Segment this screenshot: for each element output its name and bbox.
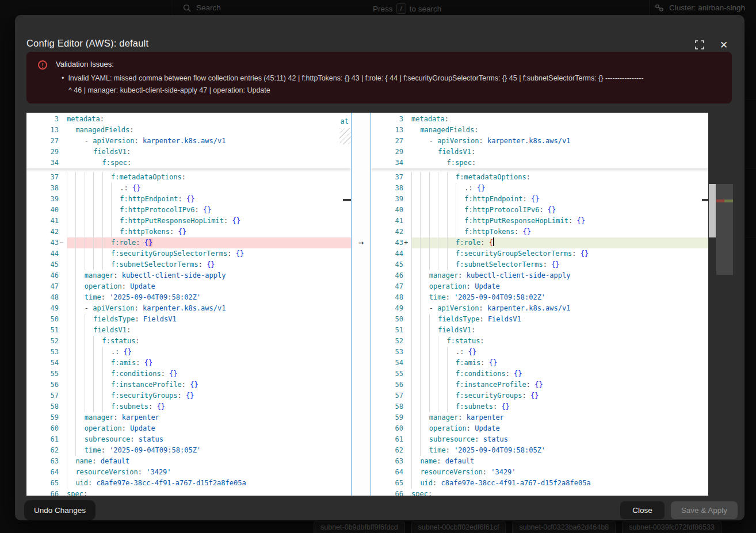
code-text: f:httpProtocolIPv6: {} xyxy=(411,205,708,216)
code-text: f:role: {} xyxy=(67,237,351,248)
diff-marker xyxy=(59,205,67,216)
diff-marker xyxy=(403,227,411,237)
code-line: 61subresource: status xyxy=(26,434,351,445)
code-line: 51fieldsV1: xyxy=(371,325,708,336)
diff-marker xyxy=(403,325,411,336)
line-number: 42 xyxy=(371,227,403,237)
line-number: 43 xyxy=(26,237,59,248)
code-text: fieldsV1: xyxy=(67,147,351,158)
modal-footer: Undo Changes Close Save & Apply xyxy=(24,499,738,521)
code-line: 27- apiVersion: karpenter.k8s.aws/v1 xyxy=(26,136,351,147)
undo-changes-button[interactable]: Undo Changes xyxy=(24,500,96,520)
code-line: 42f:httpTokens: {} xyxy=(371,227,708,237)
diff-marker xyxy=(403,183,411,194)
code-line: 47operation: Update xyxy=(26,281,351,292)
code-text: time: '2025-09-04T09:58:05Z' xyxy=(67,445,351,456)
diff-marker xyxy=(59,489,67,496)
diff-marker xyxy=(59,336,67,347)
line-number: 39 xyxy=(371,194,403,205)
code-text: f:httpProtocolIPv6: {} xyxy=(67,205,351,216)
diff-marker xyxy=(59,136,67,147)
line-number: 66 xyxy=(26,489,59,496)
line-number: 48 xyxy=(26,292,59,303)
code-text: f:instanceProfile: {} xyxy=(411,379,708,390)
diff-marker xyxy=(403,347,411,358)
code-text: managedFields: xyxy=(411,125,708,136)
code-line: 66spec: xyxy=(371,489,708,496)
line-number: 48 xyxy=(371,292,403,303)
diff-sash[interactable]: → xyxy=(351,113,371,496)
code-text: .: {} xyxy=(67,347,351,358)
code-text: f:httpTokens: {} xyxy=(67,227,351,237)
diff-marker xyxy=(59,172,67,183)
code-text: f:metadataOptions: xyxy=(67,172,351,183)
line-number: 56 xyxy=(26,379,59,390)
code-line: 43+f:role: { xyxy=(371,237,708,248)
code-text: uid: c8afe97e-38cc-4f91-a767-d15f2a8fe05… xyxy=(411,478,708,489)
code-text: f:subnetSelectorTerms: {} xyxy=(67,259,351,270)
diff-marker xyxy=(59,325,67,336)
diff-marker xyxy=(59,369,67,379)
close-icon[interactable]: ✕ xyxy=(718,39,730,51)
code-text: f:spec: xyxy=(411,158,708,168)
line-number: 62 xyxy=(371,445,403,456)
validation-message-line2: ^ 46 | manager: kubectl-client-side-appl… xyxy=(68,85,729,97)
diff-editor: 3metadata:13managedFields:27- apiVersion… xyxy=(26,113,733,496)
overview-viewport[interactable] xyxy=(716,184,733,275)
line-number: 65 xyxy=(371,478,403,489)
validation-banner: ! Validation Issues: •Invalid YAML: miss… xyxy=(26,52,732,103)
revert-change-arrow-icon[interactable]: → xyxy=(352,237,371,248)
line-number: 59 xyxy=(371,412,403,423)
unchanged-region-hatch xyxy=(339,128,351,144)
code-text: f:securityGroups: {} xyxy=(67,390,351,401)
modal-title: Config Editor (AWS): default xyxy=(26,38,148,49)
code-text: spec: xyxy=(411,489,708,496)
vertical-scrollbar[interactable] xyxy=(709,184,716,237)
diff-marker xyxy=(59,401,67,412)
line-number: 63 xyxy=(371,456,403,467)
code-text: spec: xyxy=(67,489,351,496)
line-number: 63 xyxy=(26,456,59,467)
diff-marker xyxy=(403,412,411,423)
line-number: 3 xyxy=(26,114,59,125)
line-number: 60 xyxy=(371,423,403,434)
code-text: f:subnets: {} xyxy=(67,401,351,412)
line-number: 44 xyxy=(26,248,59,259)
code-text: f:conditions: {} xyxy=(67,369,351,379)
diff-pane-modified[interactable]: 3metadata:13managedFields:27- apiVersion… xyxy=(371,113,708,496)
code-text: f:httpEndpoint: {} xyxy=(411,194,708,205)
line-number: 59 xyxy=(26,412,59,423)
diff-marker xyxy=(403,434,411,445)
code-text: subresource: status xyxy=(67,434,351,445)
diff-marker: + xyxy=(403,237,411,248)
line-number: 61 xyxy=(26,434,59,445)
code-text: - apiVersion: karpenter.k8s.aws/v1 xyxy=(67,136,351,147)
code-line: 54f:amis: {} xyxy=(371,358,708,369)
diff-pane-original[interactable]: 3metadata:13managedFields:27- apiVersion… xyxy=(26,113,351,496)
code-line: 41f:httpPutResponseHopLimit: {} xyxy=(371,216,708,227)
code-line: 58f:subnets: {} xyxy=(371,401,708,412)
diff-marker xyxy=(59,216,67,227)
code-text: name: default xyxy=(411,456,708,467)
line-number: 47 xyxy=(26,281,59,292)
code-line: 41f:httpPutResponseHopLimit: {} xyxy=(26,216,351,227)
code-line: 3metadata: xyxy=(371,114,708,125)
diff-marker xyxy=(403,423,411,434)
line-number: 49 xyxy=(26,303,59,314)
code-text: f:metadataOptions: xyxy=(411,172,708,183)
code-line: 57f:securityGroups: {} xyxy=(26,390,351,401)
diff-marker xyxy=(59,227,67,237)
close-button[interactable]: Close xyxy=(620,501,665,519)
save-apply-button[interactable]: Save & Apply xyxy=(671,501,738,519)
line-number: 43 xyxy=(371,237,403,248)
code-line: 61subresource: status xyxy=(371,434,708,445)
fullscreen-button[interactable] xyxy=(694,39,705,51)
line-number: 64 xyxy=(371,467,403,478)
code-line: 48time: '2025-09-04T09:58:02Z' xyxy=(26,292,351,303)
diff-marker xyxy=(59,314,67,325)
overview-cursor-mark xyxy=(343,199,351,201)
code-line: 49- apiVersion: karpenter.k8s.aws/v1 xyxy=(371,303,708,314)
diff-marker xyxy=(59,423,67,434)
code-line: 56f:instanceProfile: {} xyxy=(371,379,708,390)
code-line: 50fieldsType: FieldsV1 xyxy=(26,314,351,325)
